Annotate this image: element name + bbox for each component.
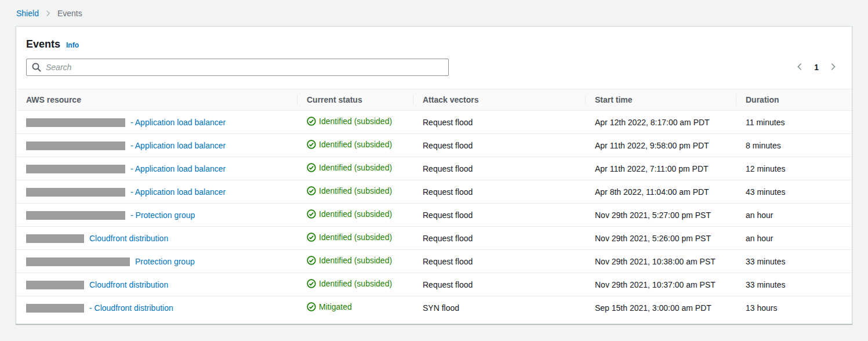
attack-vector-cell: Request flood: [413, 134, 585, 157]
start-time-cell: Apr 12th 2022, 8:17:00 am PDT: [585, 111, 736, 134]
attack-vector-cell: SYN flood: [413, 296, 585, 320]
table-row: - Application load balancer Identified (…: [16, 180, 852, 204]
start-time-cell: Nov 29th 2021, 10:38:00 am PST: [585, 250, 736, 273]
table-row: - Application load balancer Identified (…: [16, 157, 852, 180]
pagination: 1: [793, 60, 842, 75]
status-cell: Identified (subsided): [297, 157, 413, 180]
duration-cell: 13 hours: [736, 296, 852, 320]
resource-cell: Cloudfront distribution: [16, 227, 297, 250]
duration-cell: 12 minutes: [736, 157, 852, 180]
status-text: Identified (subsided): [319, 256, 392, 265]
resource-link[interactable]: Cloudfront distribution: [89, 280, 168, 289]
resource-cell: - Cloudfront distribution: [16, 296, 297, 320]
resource-link[interactable]: Protection group: [135, 257, 195, 266]
table-header-row: AWS resource Current status Attack vecto…: [16, 89, 852, 111]
resource-link[interactable]: Cloudfront distribution: [89, 234, 168, 243]
info-link[interactable]: Info: [66, 41, 79, 49]
duration-cell: 33 minutes: [736, 250, 852, 273]
chevron-right-icon: [45, 10, 52, 17]
events-panel: Events Info 1 A: [16, 26, 852, 324]
status-text: Identified (subsided): [319, 163, 392, 172]
table-toolbar: 1: [26, 59, 842, 76]
attack-vector-cell: Request flood: [413, 227, 585, 250]
resource-cell: - Application load balancer: [16, 134, 297, 157]
status-text: Mitigated: [319, 302, 352, 311]
start-time-cell: Nov 29th 2021, 10:37:00 am PST: [585, 273, 736, 296]
start-time-cell: Nov 29th 2021, 5:27:00 pm PST: [585, 204, 736, 227]
search-box: [26, 59, 449, 76]
duration-cell: 8 minutes: [736, 134, 852, 157]
status-text: Identified (subsided): [319, 279, 392, 288]
status-cell: Identified (subsided): [297, 134, 413, 157]
attack-vector-cell: Request flood: [413, 204, 585, 227]
resource-link[interactable]: - Application load balancer: [130, 118, 226, 127]
redacted-resource-name: [26, 304, 84, 313]
check-circle-icon: [307, 163, 316, 172]
column-header-aws-resource: AWS resource: [16, 89, 297, 111]
events-table: AWS resource Current status Attack vecto…: [16, 89, 852, 320]
chevron-right-icon: [829, 63, 837, 72]
status-cell: Identified (subsided): [297, 227, 413, 250]
check-circle-icon: [307, 233, 316, 242]
resource-link[interactable]: - Protection group: [130, 211, 195, 220]
start-time-cell: Nov 29th 2021, 5:26:00 pm PST: [585, 227, 736, 250]
duration-cell: 43 minutes: [736, 180, 852, 204]
status-text: Identified (subsided): [319, 186, 392, 195]
resource-cell: Cloudfront distribution: [16, 273, 297, 296]
check-circle-icon: [307, 256, 316, 265]
redacted-resource-name: [26, 142, 125, 150]
resource-cell: Protection group: [16, 250, 297, 273]
resource-link[interactable]: - Application load balancer: [130, 141, 226, 150]
start-time-cell: Apr 11th 2022, 9:58:00 pm PDT: [585, 134, 736, 157]
status-cell: Identified (subsided): [297, 250, 413, 273]
attack-vector-cell: Request flood: [413, 250, 585, 273]
redacted-resource-name: [26, 118, 125, 127]
duration-cell: an hour: [736, 204, 852, 227]
status-cell: Identified (subsided): [297, 180, 413, 204]
chevron-left-icon: [796, 63, 804, 72]
previous-page-button[interactable]: [793, 60, 806, 75]
table-row: - Application load balancer Identified (…: [16, 111, 852, 134]
column-header-current-status: Current status: [297, 89, 413, 111]
attack-vector-cell: Request flood: [413, 180, 585, 204]
resource-cell: - Application load balancer: [16, 157, 297, 180]
attack-vector-cell: Request flood: [413, 157, 585, 180]
resource-link[interactable]: - Application load balancer: [130, 187, 226, 197]
redacted-resource-name: [26, 281, 84, 289]
check-circle-icon: [307, 209, 316, 219]
panel-header: Events Info: [16, 27, 852, 50]
redacted-resource-name: [26, 165, 125, 173]
resource-cell: - Application load balancer: [16, 180, 297, 204]
table-row: Cloudfront distribution Identified (subs…: [16, 227, 852, 250]
column-header-duration: Duration: [736, 89, 852, 111]
table-row: Cloudfront distribution Identified (subs…: [16, 273, 852, 296]
table-row: - Protection group Identified (subsided)…: [16, 204, 852, 227]
next-page-button[interactable]: [827, 60, 840, 75]
status-cell: Identified (subsided): [297, 204, 413, 227]
resource-cell: - Application load balancer: [16, 111, 297, 134]
check-circle-icon: [307, 279, 316, 288]
status-text: Identified (subsided): [319, 209, 392, 219]
page-title: Events: [26, 38, 60, 50]
resource-link[interactable]: - Application load balancer: [130, 164, 226, 173]
check-circle-icon: [307, 117, 316, 126]
duration-cell: 33 minutes: [736, 273, 852, 296]
search-input[interactable]: [26, 59, 449, 76]
current-page-number[interactable]: 1: [814, 63, 819, 72]
redacted-resource-name: [26, 188, 125, 197]
redacted-resource-name: [26, 211, 125, 220]
resource-link[interactable]: - Cloudfront distribution: [89, 303, 173, 313]
attack-vector-cell: Request flood: [413, 273, 585, 296]
start-time-cell: Sep 15th 2021, 3:00:00 am PDT: [585, 296, 736, 320]
breadcrumb: Shield Events: [0, 0, 868, 18]
status-text: Identified (subsided): [319, 140, 392, 149]
redacted-resource-name: [26, 234, 84, 243]
status-text: Identified (subsided): [319, 117, 392, 126]
status-cell: Identified (subsided): [297, 111, 413, 134]
status-text: Identified (subsided): [319, 233, 392, 242]
check-circle-icon: [307, 186, 316, 195]
attack-vector-cell: Request flood: [413, 111, 585, 134]
breadcrumb-current-page: Events: [57, 9, 82, 18]
breadcrumb-shield-link[interactable]: Shield: [16, 9, 39, 18]
check-circle-icon: [307, 140, 316, 149]
